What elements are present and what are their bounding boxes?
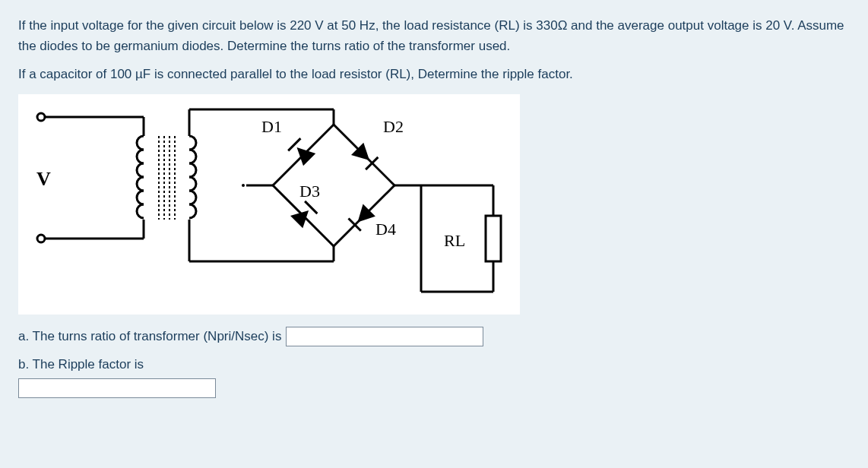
d2-label: D2 bbox=[383, 117, 404, 136]
rl-label: RL bbox=[444, 231, 465, 250]
answer-b-block: b. The Ripple factor is bbox=[18, 357, 850, 398]
transformer-core bbox=[159, 136, 175, 220]
question-text: If the input voltage for the given circu… bbox=[18, 15, 850, 85]
answer-b-label: b. The Ripple factor is bbox=[18, 357, 850, 372]
question-paragraph-1: If the input voltage for the given circu… bbox=[18, 15, 850, 56]
voltage-label: V bbox=[36, 168, 51, 190]
answer-a-input[interactable] bbox=[286, 327, 483, 346]
d1-label: D1 bbox=[261, 117, 282, 136]
svg-point-31 bbox=[242, 184, 245, 187]
d3-label: D3 bbox=[299, 182, 320, 201]
answer-a-label: a. The turns ratio of transformer (Npri/… bbox=[18, 329, 281, 344]
input-terminal-top bbox=[37, 113, 45, 121]
transformer-secondary bbox=[189, 136, 196, 218]
circuit-diagram: V bbox=[18, 94, 520, 315]
question-paragraph-2: If a capacitor of 100 µF is connected pa… bbox=[18, 64, 850, 84]
answer-b-input[interactable] bbox=[18, 378, 216, 398]
load-resistor bbox=[486, 216, 501, 261]
answer-a-row: a. The turns ratio of transformer (Npri/… bbox=[18, 327, 850, 346]
diode-d1 bbox=[273, 125, 334, 185]
d4-label: D4 bbox=[375, 220, 396, 239]
input-terminal-bottom bbox=[37, 235, 45, 242]
transformer-primary bbox=[137, 136, 144, 218]
